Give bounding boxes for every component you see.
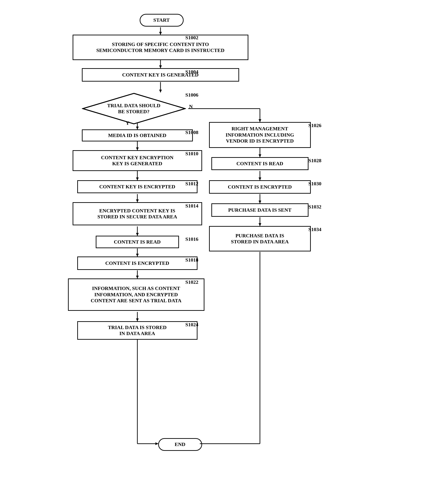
svg-marker-16 [136,199,139,202]
s1028-step-label: S1028 [309,158,321,163]
s1002-node: STORING OF SPECIFIC CONTENT INTO SEMICON… [73,35,248,60]
s1022-text: INFORMATION, SUCH AS CONTENT INFORMATION… [91,285,181,304]
s1008-text: MEDIA ID IS OBTAINED [108,133,166,138]
s1006-step-label: S1006 [186,92,198,98]
s1032-step-label: S1032 [309,204,321,210]
s1012-node: CONTENT KEY IS ENCRYPTED [77,180,198,193]
s1028-text: CONTENT IS READ [236,161,283,167]
svg-marker-29 [259,154,261,157]
svg-marker-14 [136,178,139,180]
s1018-text: CONTENT IS ENCRYPTED [105,260,169,266]
svg-marker-10 [259,119,261,122]
end-label: END [174,441,185,447]
s1016-text: CONTENT IS READ [114,239,161,245]
svg-marker-5 [159,90,162,92]
s1030-text: CONTENT IS ENCRYPTED [228,184,292,190]
s1010-node: CONTENT KEY ENCRYPTION KEY IS GENERATED [73,150,202,171]
s1034-text: PURCHASE DATA IS STORED IN DATA AREA [231,233,289,245]
s1016-step-label: S1016 [186,236,198,242]
start-node: START [140,14,184,27]
s1004-node: CONTENT KEY IS GENERATED [82,68,239,82]
s1026-text: RIGHT MANAGEMENT INFORMATION INCLUDING V… [226,126,294,144]
s1008-node: MEDIA ID IS OBTAINED [82,129,193,141]
s1016-node: CONTENT IS READ [96,236,179,248]
svg-marker-20 [136,254,139,256]
branch-n-label: N [189,104,193,110]
s1026-node: RIGHT MANAGEMENT INFORMATION INCLUDING V… [209,122,311,148]
s1028-node: CONTENT IS READ [211,157,309,170]
svg-marker-35 [259,223,261,226]
svg-marker-3 [159,65,162,68]
svg-marker-7 [136,127,139,129]
svg-marker-27 [155,442,158,445]
svg-marker-22 [136,276,139,279]
s1006-node: TRIAL DATA SHOULDBE STORED? [82,92,186,125]
s1034-node: PURCHASE DATA IS STORED IN DATA AREA [209,226,311,252]
s1032-node: PURCHASE DATA IS SENT [211,203,309,217]
s1032-text: PURCHASE DATA IS SENT [228,207,292,213]
s1022-node: INFORMATION, SUCH AS CONTENT INFORMATION… [68,279,205,311]
s1030-node: CONTENT IS ENCRYPTED [209,180,311,194]
s1004-text: CONTENT KEY IS GENERATED [122,72,198,78]
svg-marker-1 [159,32,162,35]
svg-marker-31 [259,178,261,180]
s1024-text: TRIAL DATA IS STORED IN DATA AREA [108,325,167,337]
s1014-node: ENCRYPTED CONTENT KEY IS STORED IN SECUR… [73,202,202,225]
s1012-text: CONTENT KEY IS ENCRYPTED [99,184,175,190]
s1018-node: CONTENT IS ENCRYPTED [77,256,198,270]
svg-marker-12 [136,148,139,150]
connectors-svg [59,9,382,494]
s1010-text: CONTENT KEY ENCRYPTION KEY IS GENERATED [101,155,173,167]
start-label: START [153,17,170,23]
flowchart-container: START S1002 STORING OF SPECIFIC CONTENT … [59,9,382,494]
branch-y-label: Y [126,120,129,126]
svg-marker-24 [136,318,139,321]
svg-marker-33 [259,201,261,203]
s1024-node: TRIAL DATA IS STORED IN DATA AREA [77,321,198,340]
s1014-text: ENCRYPTED CONTENT KEY IS STORED IN SECUR… [97,208,177,220]
svg-marker-18 [136,233,139,236]
end-node: END [158,438,202,451]
s1006-text: TRIAL DATA SHOULDBE STORED? [107,103,160,115]
s1002-text: STORING OF SPECIFIC CONTENT INTO SEMICON… [96,41,224,54]
